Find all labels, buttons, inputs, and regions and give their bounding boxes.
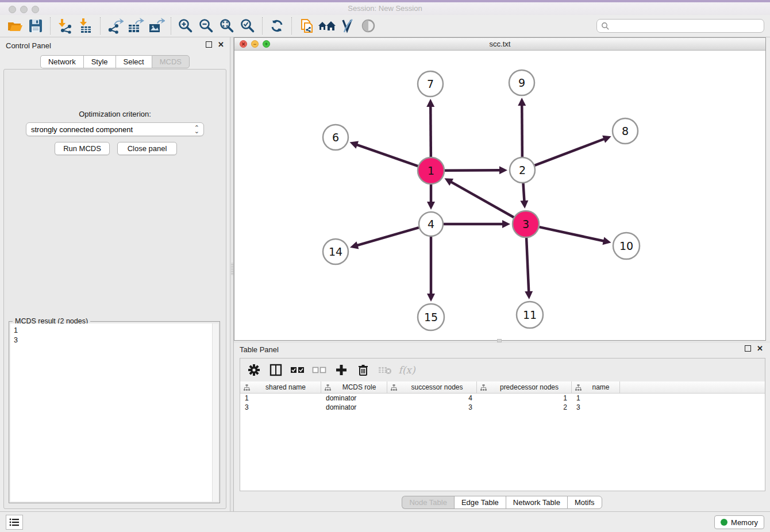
edge-3-10[interactable]: [539, 227, 604, 241]
zoom-in-button[interactable]: [175, 17, 196, 35]
select-all-columns-button[interactable]: [288, 361, 307, 379]
close-panel-button[interactable]: Close panel: [117, 142, 177, 155]
zoom-selected-icon: [240, 18, 256, 34]
table-cell[interactable]: 4: [387, 394, 477, 403]
edge-arrowhead: [426, 99, 434, 107]
tab-motifs[interactable]: Motifs: [567, 496, 602, 509]
divider-grip[interactable]: [497, 339, 502, 342]
table-cell[interactable]: 1: [240, 394, 321, 403]
table-cell[interactable]: 3: [387, 403, 477, 412]
eye-icon: [360, 18, 376, 33]
toolbar-separator: [100, 17, 101, 34]
mcds-result-textarea[interactable]: 1 3: [10, 323, 218, 502]
table-cell[interactable]: 2: [477, 403, 572, 412]
edge-3-1[interactable]: [451, 182, 514, 217]
column-header-successor-nodes[interactable]: successor nodes: [387, 381, 477, 394]
table-cell[interactable]: dominator: [321, 403, 387, 412]
tab-edge-table[interactable]: Edge Table: [454, 496, 506, 509]
gear-icon: [248, 364, 260, 376]
edge-arrowhead: [427, 294, 435, 302]
edge-arrowhead: [499, 166, 507, 174]
edge-1-2[interactable]: [445, 170, 500, 171]
edge-2-8[interactable]: [535, 138, 605, 165]
divider-grip[interactable]: [231, 263, 233, 275]
deselect-all-icon: [312, 366, 327, 374]
zoom-fit-button[interactable]: [217, 17, 237, 35]
refresh-button[interactable]: [267, 17, 287, 35]
close-panel-icon[interactable]: ✕: [218, 41, 224, 48]
graph-node-label-1: 1: [428, 164, 434, 177]
edge-4-14[interactable]: [357, 228, 419, 245]
column-header-label: successor nodes: [400, 383, 474, 391]
table-cell[interactable]: 3: [240, 403, 321, 412]
delete-button[interactable]: [354, 361, 372, 379]
memory-status-icon: [721, 519, 727, 526]
zoom-out-button[interactable]: [196, 17, 217, 35]
optimization-criterion-select[interactable]: strongly connected component ⌃⌄: [26, 122, 204, 136]
column-header-name[interactable]: name: [572, 381, 620, 394]
table-cell[interactable]: 1: [477, 394, 572, 403]
export-table-button[interactable]: [125, 17, 146, 35]
delete-table-button[interactable]: [376, 361, 394, 379]
edge-1-6[interactable]: [356, 145, 418, 167]
close-panel-icon[interactable]: ✕: [757, 345, 763, 352]
result-scrollbar[interactable]: [212, 323, 218, 502]
home-button[interactable]: [317, 17, 337, 35]
optimization-criterion-label: Optimization criterion:: [4, 110, 226, 118]
search-field[interactable]: [596, 19, 764, 33]
graph-node-label-7: 7: [427, 78, 434, 90]
task-history-button[interactable]: [6, 515, 23, 530]
tab-network[interactable]: Network: [40, 55, 83, 68]
graph-node-label-9: 9: [518, 76, 525, 89]
search-input[interactable]: [610, 22, 764, 30]
add-column-button[interactable]: [332, 361, 351, 379]
network-view-window: ✕ − + scc.txt 7968124314101511: [234, 37, 766, 341]
zoom-selected-button[interactable]: [237, 17, 258, 35]
float-panel-icon[interactable]: [745, 345, 751, 352]
network-graph-canvas[interactable]: 7968124314101511: [234, 51, 765, 340]
run-mcds-button[interactable]: Run MCDS: [55, 142, 110, 155]
edge-1-7[interactable]: [430, 106, 431, 157]
function-builder-button[interactable]: f(x): [398, 361, 416, 379]
column-header-shared-name[interactable]: shared name: [240, 381, 321, 394]
open-file-icon: [6, 18, 24, 34]
edge-2-3[interactable]: [523, 183, 524, 202]
vertical-split-divider[interactable]: [230, 37, 234, 511]
tab-network-table[interactable]: Network Table: [506, 496, 567, 509]
search-icon: [601, 22, 610, 30]
gear-button[interactable]: [245, 361, 263, 379]
show-hide-panels-button[interactable]: [358, 17, 379, 35]
network-window-title: scc.txt: [234, 40, 765, 48]
table-toolbar: f(x): [240, 358, 765, 381]
open-file-button[interactable]: [5, 17, 25, 35]
deselect-all-columns-button[interactable]: [310, 361, 329, 379]
edge-arrowhead: [520, 201, 528, 209]
hierarchy-icon: [391, 384, 397, 391]
memory-button[interactable]: Memory: [714, 515, 764, 529]
float-panel-icon[interactable]: [206, 41, 212, 48]
edge-3-11[interactable]: [526, 238, 529, 292]
table-row[interactable]: 1dominator411: [240, 394, 765, 403]
home-icon: [317, 18, 337, 33]
table-cell[interactable]: 3: [572, 403, 620, 412]
column-header-MCDS-role[interactable]: MCDS role: [321, 381, 387, 394]
import-network-button[interactable]: [55, 17, 75, 35]
save-session-button[interactable]: [25, 17, 46, 35]
export-network-button[interactable]: [105, 17, 125, 35]
table-cell[interactable]: dominator: [321, 394, 387, 403]
clone-network-button[interactable]: [296, 17, 317, 35]
table-cell[interactable]: 1: [572, 394, 620, 403]
trash-icon: [357, 364, 369, 376]
vizmapper-button[interactable]: [337, 17, 358, 35]
export-image-button[interactable]: [146, 17, 167, 35]
tab-select[interactable]: Select: [116, 55, 152, 68]
column-header-predecessor-nodes[interactable]: predecessor nodes: [477, 381, 572, 394]
network-window-titlebar[interactable]: ✕ − + scc.txt: [234, 38, 765, 51]
split-view-button[interactable]: [267, 361, 285, 379]
tab-node-table[interactable]: Node Table: [402, 496, 454, 509]
table-row[interactable]: 3dominator323: [240, 403, 765, 412]
edge-2-9[interactable]: [522, 105, 522, 157]
tab-mcds[interactable]: MCDS: [152, 55, 190, 68]
tab-style[interactable]: Style: [83, 55, 116, 68]
import-table-button[interactable]: [75, 17, 96, 35]
